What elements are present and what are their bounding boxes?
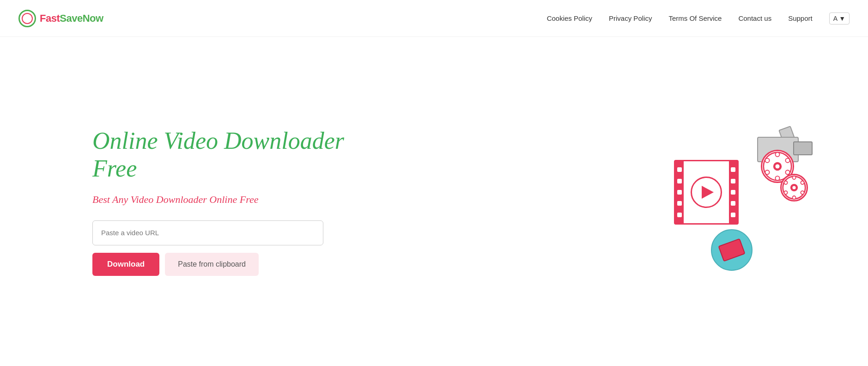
film-center — [684, 161, 729, 223]
main-nav: Cookies Policy Privacy Policy Terms Of S… — [547, 12, 850, 24]
film-hole — [731, 213, 735, 217]
site-header: FastSaveNow Cookies Policy Privacy Polic… — [0, 0, 868, 37]
controller-illustration — [718, 238, 745, 262]
hero-illustration — [665, 123, 813, 280]
svg-point-11 — [792, 186, 795, 189]
film-reel-2 — [780, 174, 808, 201]
svg-point-4 — [785, 159, 789, 163]
url-input[interactable] — [92, 220, 323, 245]
svg-point-6 — [775, 176, 779, 180]
svg-point-17 — [784, 181, 787, 184]
film-holes-left — [675, 161, 684, 223]
nav-terms[interactable]: Terms Of Service — [668, 14, 722, 22]
play-circle — [691, 177, 722, 208]
language-button[interactable]: A ▼ — [829, 12, 850, 24]
paste-button[interactable]: Paste from clipboard — [165, 253, 259, 276]
svg-point-15 — [792, 196, 795, 199]
film-hole — [731, 201, 735, 206]
logo-now: Now — [83, 12, 103, 24]
camera-lens — [793, 141, 813, 155]
svg-point-13 — [801, 181, 804, 184]
nav-contact[interactable]: Contact us — [738, 14, 771, 22]
svg-point-2 — [775, 164, 779, 168]
film-hole — [731, 179, 735, 183]
play-icon — [702, 186, 714, 199]
subtitle: Best Any Video Downloader Online Free — [92, 194, 370, 206]
nav-cookies[interactable]: Cookies Policy — [547, 14, 592, 22]
film-hole — [677, 213, 682, 217]
film-hole — [731, 167, 735, 172]
action-buttons: Download Paste from clipboard — [92, 253, 370, 276]
logo-inner-circle — [22, 13, 33, 24]
nav-privacy[interactable]: Privacy Policy — [609, 14, 652, 22]
main-content: Online Video Downloader Free Best Any Vi… — [0, 37, 868, 366]
page-title: Online Video Downloader Free — [92, 127, 370, 183]
film-holes-right — [729, 161, 737, 223]
film-hole — [677, 201, 682, 206]
reel-svg-2 — [782, 174, 807, 201]
left-section: Online Video Downloader Free Best Any Vi… — [92, 127, 370, 276]
globe-illustration — [711, 229, 753, 271]
logo[interactable]: FastSaveNow — [18, 10, 103, 27]
svg-point-3 — [775, 152, 779, 157]
film-hole — [677, 190, 682, 195]
svg-point-16 — [784, 191, 787, 194]
film-hole — [677, 167, 682, 172]
svg-point-8 — [765, 159, 769, 163]
svg-point-14 — [801, 191, 804, 194]
film-hole — [677, 179, 682, 183]
logo-fast: Fast — [40, 12, 60, 24]
film-hole — [731, 190, 735, 195]
svg-point-12 — [792, 176, 795, 179]
nav-support[interactable]: Support — [788, 14, 813, 22]
logo-text: FastSaveNow — [40, 12, 103, 24]
logo-circle — [18, 10, 36, 27]
download-button[interactable]: Download — [92, 253, 159, 276]
logo-save: Save — [60, 12, 82, 24]
svg-point-7 — [765, 170, 769, 174]
film-strip — [674, 160, 739, 225]
